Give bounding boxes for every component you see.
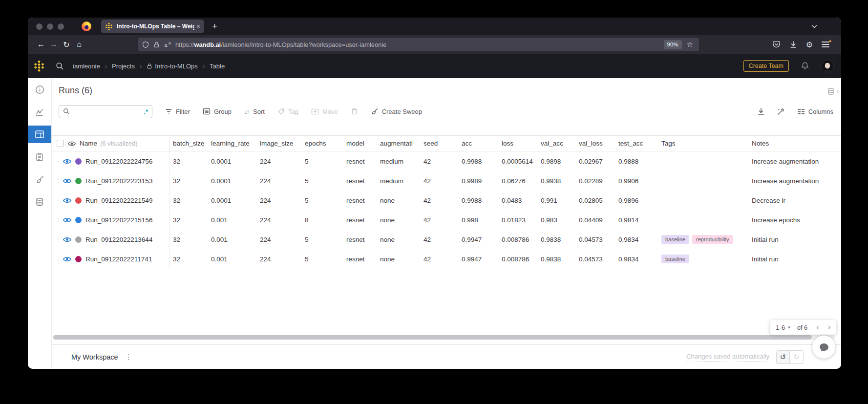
run-name[interactable]: Run_09122022211741 [85, 255, 152, 263]
create-sweep-button[interactable]: Create Sweep [371, 107, 422, 115]
column-header-batch_size[interactable]: batch_size [170, 140, 208, 147]
create-team-button[interactable]: Create Team [743, 60, 789, 72]
next-page-icon[interactable]: › [828, 323, 830, 332]
sidebar-item-overview[interactable] [28, 78, 51, 101]
move-button[interactable]: Move [311, 108, 338, 115]
column-header-Notes[interactable]: Notes [749, 140, 841, 147]
sidebar-item-charts[interactable] [28, 101, 51, 123]
list-tabs-chevron-icon[interactable] [811, 24, 818, 28]
column-header-epochs[interactable]: epochs [302, 140, 343, 147]
breadcrumb-user[interactable]: iamleonie [73, 63, 100, 70]
table-row[interactable]: ⋮Run_09122022221549320.00012245resnetnon… [52, 191, 841, 210]
eye-icon[interactable] [63, 178, 71, 184]
panel-collapse-control[interactable]: ‹ [828, 87, 839, 95]
sidebar-item-sweeps[interactable] [28, 168, 51, 191]
eye-icon[interactable] [63, 236, 71, 243]
column-header-val_acc[interactable]: val_acc [538, 140, 576, 147]
home-icon[interactable]: ⌂ [73, 40, 85, 49]
tag-pill[interactable]: reproducibility [692, 235, 733, 244]
column-header-learning_rate[interactable]: learning_rate [208, 140, 257, 147]
new-tab-button[interactable]: + [212, 21, 217, 32]
magic-wand-icon[interactable] [777, 107, 785, 116]
eye-icon[interactable] [63, 158, 71, 165]
shield-icon[interactable] [142, 41, 149, 48]
run-name[interactable]: Run_09122022213644 [85, 236, 152, 243]
column-header-augmentati[interactable]: augmentati [377, 140, 421, 147]
drag-handle-icon[interactable]: ⋮ [56, 218, 61, 222]
tag-pill[interactable]: baseline [661, 235, 689, 244]
eye-icon[interactable] [63, 217, 71, 223]
column-header-name[interactable]: Name [80, 140, 97, 147]
url-bar[interactable]: https://wandb.ai/iamleonie/Intro-to-MLOp… [138, 38, 699, 51]
collapse-chevron-icon[interactable]: ‹ [837, 87, 839, 95]
bookmark-star-icon[interactable]: ☆ [687, 40, 693, 49]
run-name[interactable]: Run_09122022224756 [85, 158, 152, 165]
maximize-window-button[interactable] [58, 23, 64, 30]
column-header-model[interactable]: model [343, 140, 377, 147]
workspace-menu-icon[interactable]: ⋮ [125, 353, 132, 361]
drag-handle-icon[interactable]: ⋮ [56, 159, 61, 164]
redo-button[interactable]: ↻ [790, 350, 804, 364]
runs-search-box[interactable]: .* [59, 105, 152, 118]
close-window-button[interactable] [36, 23, 42, 30]
column-header-test_acc[interactable]: test_acc [615, 140, 658, 147]
scrollbar-thumb[interactable] [53, 335, 812, 340]
avatar[interactable] [820, 59, 835, 73]
breadcrumb-projects[interactable]: Projects [112, 63, 135, 70]
prev-page-icon[interactable]: ‹ [816, 323, 819, 332]
pocket-icon[interactable] [772, 41, 781, 48]
back-icon[interactable]: ← [35, 40, 47, 49]
sort-button[interactable]: ↓↑ Sort [244, 108, 265, 115]
column-header-Tags[interactable]: Tags [658, 140, 749, 147]
group-button[interactable]: Group [203, 108, 232, 115]
table-row[interactable]: ⋮Run_09122022211741320.0012245resnetnone… [52, 249, 841, 269]
tag-button[interactable]: Tag [277, 108, 298, 115]
filter-button[interactable]: Filter [165, 108, 190, 115]
lock-icon[interactable] [153, 41, 160, 48]
column-header-loss[interactable]: loss [499, 140, 538, 147]
workspace-label[interactable]: My Workspace [71, 353, 118, 361]
export-download-icon[interactable] [757, 107, 765, 115]
downloads-icon[interactable] [789, 41, 797, 48]
drag-handle-icon[interactable]: ⋮ [56, 198, 61, 203]
search-icon[interactable] [56, 62, 64, 70]
sidebar-item-table[interactable] [28, 126, 51, 143]
breadcrumb-table[interactable]: Table [210, 63, 225, 70]
delete-button[interactable] [351, 107, 358, 115]
support-chat-button[interactable] [812, 336, 835, 359]
reload-icon[interactable]: ↻ [60, 40, 73, 49]
regex-toggle-icon[interactable]: .* [144, 108, 148, 115]
close-tab-icon[interactable]: × [196, 22, 200, 30]
eye-icon[interactable] [63, 256, 71, 262]
columns-button[interactable]: Columns [797, 108, 833, 115]
column-header-val_loss[interactable]: val_loss [576, 140, 615, 147]
column-header-image_size[interactable]: image_size [257, 140, 302, 147]
wandb-logo[interactable] [33, 60, 45, 72]
run-name[interactable]: Run_09122022221549 [85, 197, 152, 204]
drag-handle-icon[interactable]: ⋮ [56, 179, 61, 183]
page-range[interactable]: 1-6 [776, 324, 785, 331]
runs-search-input[interactable] [73, 107, 144, 116]
browser-tab[interactable]: Intro-to-MLOps Table – Weights × [101, 20, 204, 33]
undo-button[interactable]: ↺ [776, 350, 790, 364]
table-row[interactable]: ⋮Run_09122022223153320.00012245resnetmed… [52, 171, 841, 191]
horizontal-scrollbar[interactable] [53, 335, 835, 340]
page-range-caret-icon[interactable]: ▾ [788, 325, 790, 330]
sidebar-item-artifacts[interactable] [28, 191, 51, 213]
table-row[interactable]: ⋮Run_09122022224756320.00012245resnetmed… [52, 151, 841, 171]
forward-icon[interactable]: → [47, 40, 60, 49]
drag-handle-icon[interactable]: ⋮ [56, 257, 61, 261]
column-header-acc[interactable]: acc [459, 140, 499, 147]
zoom-level-badge[interactable]: 90% [664, 40, 682, 49]
run-name[interactable]: Run_09122022215156 [85, 216, 152, 224]
tag-pill[interactable]: baseline [661, 255, 689, 263]
select-all-checkbox[interactable] [57, 140, 64, 147]
settings-gear-icon[interactable]: ⚙ [806, 40, 813, 49]
minimize-window-button[interactable] [47, 23, 53, 30]
sidebar-item-reports[interactable] [28, 146, 51, 168]
run-name[interactable]: Run_09122022223153 [85, 177, 152, 185]
app-menu-icon[interactable]: ▲ [822, 42, 829, 47]
visibility-eye-icon[interactable] [68, 141, 76, 147]
table-row[interactable]: ⋮Run_09122022213644320.0012245resnetnone… [52, 230, 841, 249]
column-header-seed[interactable]: seed [421, 140, 459, 147]
